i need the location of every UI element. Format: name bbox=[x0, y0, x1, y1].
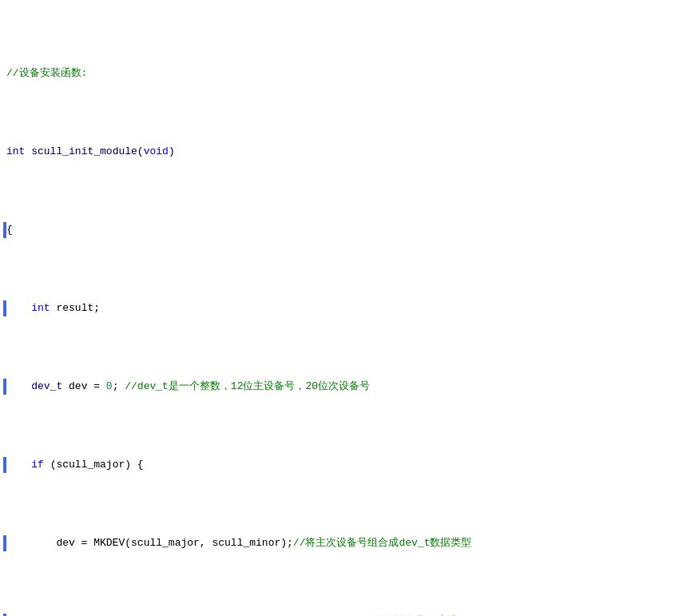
code-line-7: dev = MKDEV(scull_major, scull_minor);//… bbox=[0, 535, 691, 551]
code-line-3: { bbox=[0, 222, 691, 238]
line-content-1: //设备安装函数: bbox=[6, 66, 688, 81]
code-line-6: if (scull_major) { bbox=[0, 457, 691, 473]
code-line-1: //设备安装函数: bbox=[0, 66, 691, 81]
code-container: //设备安装函数: int scull_init_module(void) { … bbox=[0, 0, 691, 616]
line-content-5: dev_t dev = 0; //dev_t是一个整数，12位主设备号，20位次… bbox=[6, 379, 688, 395]
code-block: //设备安装函数: int scull_init_module(void) { … bbox=[0, 0, 691, 616]
line-content-2: int scull_init_module(void) bbox=[6, 144, 688, 160]
line-content-7: dev = MKDEV(scull_major, scull_minor);//… bbox=[6, 535, 688, 551]
code-line-2: int scull_init_module(void) bbox=[0, 144, 691, 160]
code-line-5: dev_t dev = 0; //dev_t是一个整数，12位主设备号，20位次… bbox=[0, 379, 691, 395]
line-content-3: { bbox=[6, 222, 688, 238]
code-line-4: int result; bbox=[0, 300, 691, 316]
line-content-6: if (scull_major) { bbox=[6, 457, 688, 473]
line-content-4: int result; bbox=[6, 300, 688, 316]
